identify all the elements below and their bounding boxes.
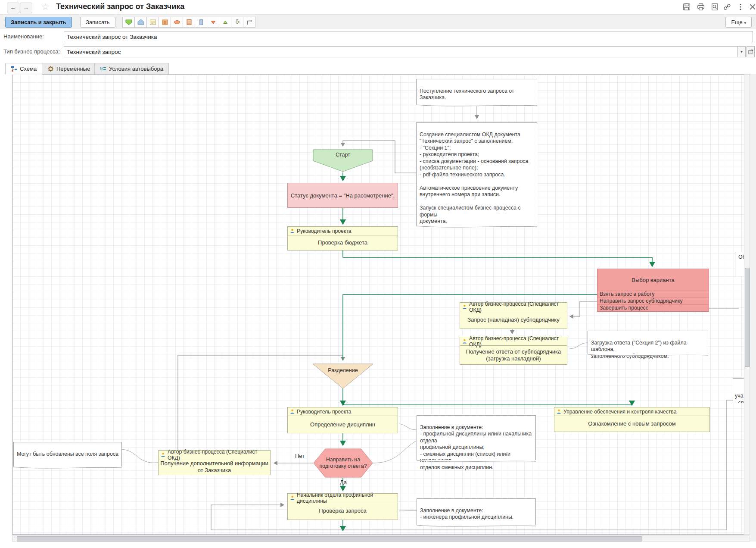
decision-node[interactable]: Направить на подготовку ответа? [313,448,373,478]
horizontal-scrollbar-thumb[interactable] [17,536,642,542]
back-button[interactable]: ← [7,3,19,13]
annotation-incoming-request[interactable]: Поступление технического запроса от Зака… [416,79,537,105]
vertical-scrollbar-thumb[interactable] [745,268,750,367]
task-define-disciplines[interactable]: Руководитель проекта Определение дисципл… [287,407,398,433]
choice-node[interactable]: Выбор варианта Взять запрос в работу Нап… [597,269,709,312]
task-action: Ознакомление с новым запросом [554,416,709,432]
choice-title: Выбор варианта [597,269,709,291]
task-request-check[interactable]: Начальник отдела профильной дисциплины П… [287,493,398,520]
favorite-star-icon[interactable]: ☆ [41,2,50,12]
title-bar: ← → ☆ Технический запрос от Заказчика [0,0,756,15]
person-icon [290,229,295,233]
merge-icon[interactable] [219,17,231,28]
person-icon [161,452,165,457]
print-icon[interactable] [697,3,706,11]
save-icon[interactable] [683,3,691,11]
person-icon [557,409,561,414]
annotation-response-upload[interactable]: Загрузка ответа ("Секция 2") из файла-ша… [588,331,708,354]
choice-option-take[interactable]: Взять запрос в работу [597,291,709,297]
tab-autoselect-conditions[interactable]: 9 Условия автовыбора [94,63,169,75]
schema-icon [11,66,17,72]
right-margin [750,74,756,542]
connector-icon[interactable] [243,17,255,28]
event-icon[interactable] [171,17,183,28]
autoselect-icon: 9 [100,66,106,72]
task-action: Проверка запроса [288,502,398,520]
more-button[interactable]: Еще ▾ [725,17,752,28]
start-point-node[interactable]: Старт [313,149,373,172]
annotation-fill-engineer[interactable]: Заполнение в документе: - инженера профи… [417,498,536,525]
annotation-fields-updated[interactable]: Могут быть обновлены все поля запроса [13,442,122,467]
task-quality-review[interactable]: Управление обеспечения и контроля качест… [554,407,710,432]
choice-option-subcontractor[interactable]: Направить запрос субподрядчику [597,297,709,304]
shape-palette [123,17,255,28]
branch-label-yes: Да [338,479,348,485]
tab-variables[interactable]: Переменные [42,63,96,75]
action-icon[interactable] [146,17,159,28]
tab-variables-label: Переменные [56,66,90,72]
type-open-button[interactable] [747,46,755,57]
type-dropdown-button[interactable]: ▾ [737,46,746,57]
name-label: Наименование: [3,33,61,40]
save-button[interactable]: Записать [80,17,115,28]
task-action: Получение ответа от субподрядчика (загру… [460,346,567,364]
gear-icon [47,66,54,72]
name-field-row: Наименование: [0,29,756,44]
split-icon[interactable] [207,17,219,28]
type-field-row: Тип бизнес-процесса: ▾ [0,44,756,59]
condition-jug-icon[interactable] [231,17,243,28]
nested-process-icon[interactable] [159,17,171,28]
type-label: Тип бизнес-процесса: [3,48,61,55]
start-label: Старт [313,152,373,158]
name-input[interactable] [64,31,753,42]
split-label: Разделение [312,367,373,374]
business-process-editor-window: ← → ☆ Технический запрос от Заказчика За… [0,0,756,548]
person-icon [462,339,467,344]
tab-strip: Схема Переменные 9 Условия автовыбора [0,59,756,75]
link-icon[interactable] [723,3,732,11]
type-input[interactable] [64,46,738,57]
task-role: Руководитель проекта [297,409,352,415]
choice-option-finish[interactable]: Завершить процесс [597,304,709,311]
horizontal-scrollbar[interactable] [12,535,750,542]
task-extra-info[interactable]: Автор бизнес-процесса (Специалист ОКД) П… [158,450,271,475]
start-point-icon[interactable] [122,17,135,28]
preview-search-icon[interactable] [711,3,719,11]
end-point-icon[interactable] [134,17,147,28]
decision-label: Направить на подготовку ответа? [313,457,373,470]
person-icon [290,409,295,414]
task-subcontractor-response[interactable]: Автор бизнес-процесса (Специалист ОКД) П… [460,337,567,365]
tab-schema-label: Схема [20,66,37,72]
person-icon [462,304,467,309]
command-bar: Записать и закрыть Записать Еще ▾ [0,15,756,30]
status-node[interactable]: Статус документа = "На рассмотрение". [287,183,398,208]
status-label: Статус документа = "На рассмотрение". [291,192,395,199]
branch-label-no: Нет [292,453,308,459]
annotation-document-creation[interactable]: Создание специалистом ОКД документа "Тех… [416,122,537,226]
person-icon [290,495,295,500]
task-action: Запрос (накладная) субподрядчику [460,311,567,329]
scheme-canvas[interactable]: Поступление технического запроса от Зака… [12,74,750,535]
task-role: Управление обеспечения и контроля качест… [563,409,676,415]
forward-button[interactable]: → [20,3,32,13]
close-icon[interactable] [749,3,756,11]
task-action: Определение дисциплин [288,416,398,433]
kebab-menu-icon[interactable] [737,3,745,11]
page-title: Технический запрос от Заказчика [56,2,184,11]
swimlane-icon[interactable] [195,17,207,28]
svg-text:9: 9 [100,66,103,71]
task-role: Руководитель проекта [297,228,352,234]
vertical-scrollbar[interactable] [744,74,750,535]
task-action: Получение дополнительной информации от З… [159,459,270,475]
annotation-fill-disciplines[interactable]: Заполнение в документе: - профильной дис… [417,415,536,460]
task-action: Проверка бюджета [288,235,398,250]
task-budget-check[interactable]: Руководитель проекта Проверка бюджета [287,226,398,251]
save-and-close-button[interactable]: Записать и закрыть [5,17,72,28]
split-node[interactable]: Разделение [312,363,373,389]
tab-autoselect-label: Условия автовыбора [109,66,163,72]
tab-schema[interactable]: Схема [5,63,42,75]
processing-icon[interactable] [183,17,195,28]
task-subcontractor-request[interactable]: Автор бизнес-процесса (Специалист ОКД) З… [460,302,567,329]
